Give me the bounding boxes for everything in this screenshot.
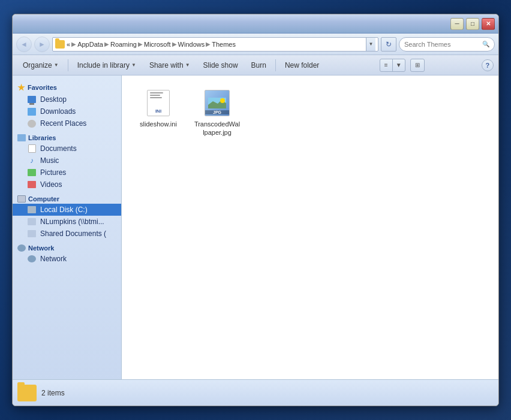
sidebar-item-network[interactable]: Network (13, 253, 121, 265)
slideshow-ini-label: slideshow.ini (140, 120, 177, 128)
nav-bar: ◄ ► « ▶ AppData ▶ Roaming ▶ Microsoft ▶ … (13, 34, 498, 55)
sidebar-section-favorites: ★ Favorites Desktop Downloads (13, 80, 121, 129)
sidebar: ★ Favorites Desktop Downloads (13, 75, 122, 379)
address-bar[interactable]: « ▶ AppData ▶ Roaming ▶ Microsoft ▶ Wind… (52, 37, 378, 52)
share-with-button[interactable]: Share with ▼ (144, 58, 196, 73)
organize-label: Organize (23, 61, 52, 70)
search-input[interactable] (404, 41, 480, 48)
sidebar-item-nlumpkins[interactable]: NLumpkins (\\btmi... (13, 216, 121, 228)
sidebar-item-nlumpkins-label: NLumpkins (\\btmi... (40, 217, 104, 226)
downloads-icon (27, 107, 37, 116)
toolbar-separator-2 (275, 59, 276, 71)
wallpaper-thumbnail (208, 98, 226, 108)
slide-show-button[interactable]: Slide show (198, 58, 244, 73)
forward-icon: ► (38, 40, 46, 49)
file-item-transcoded-wallpaper[interactable]: TranscodedWallpaper.jpg (190, 85, 244, 141)
include-in-library-label: Include in library (77, 61, 130, 70)
close-button[interactable]: ✕ (482, 18, 495, 30)
desktop-icon (27, 95, 37, 104)
search-icon: 🔍 (482, 41, 489, 47)
sidebar-network-header: Network (13, 242, 121, 253)
sidebar-item-documents[interactable]: Documents (13, 143, 121, 155)
forward-button[interactable]: ► (34, 37, 50, 52)
sidebar-item-music[interactable]: ♪ Music (13, 155, 121, 167)
sidebar-favorites-header: ★ Favorites (13, 80, 121, 93)
svg-point-2 (220, 98, 225, 103)
refresh-button[interactable]: ↻ (381, 37, 396, 52)
sidebar-item-music-label: Music (40, 156, 59, 165)
breadcrumb-path: « ▶ AppData ▶ Roaming ▶ Microsoft ▶ Wind… (67, 41, 364, 48)
minimize-button[interactable]: ─ (450, 18, 464, 30)
breadcrumb-sep-5: ▶ (206, 41, 211, 47)
back-icon: ◄ (20, 40, 28, 49)
title-bar-buttons: ─ □ ✕ (450, 18, 495, 30)
include-dropdown-arrow: ▼ (131, 62, 136, 68)
libraries-icon (17, 134, 26, 141)
back-button[interactable]: ◄ (16, 37, 32, 52)
sidebar-item-pictures-label: Pictures (40, 168, 66, 177)
nlumpkins-icon (27, 217, 37, 226)
sidebar-item-desktop[interactable]: Desktop (13, 93, 121, 105)
breadcrumb-nav: « (67, 41, 70, 48)
favorites-star-icon: ★ (17, 83, 25, 92)
status-bar: 2 items (13, 379, 498, 406)
local-disk-icon (27, 206, 37, 214)
breadcrumb-themes[interactable]: Themes (212, 41, 236, 48)
status-folder-icon (17, 385, 37, 401)
share-dropdown-arrow: ▼ (185, 62, 190, 68)
transcoded-wallpaper-icon (203, 89, 232, 117)
organize-dropdown-arrow: ▼ (54, 62, 59, 68)
preview-pane-button[interactable]: ⊞ (410, 59, 425, 72)
sidebar-item-network-label: Network (40, 255, 67, 263)
sidebar-item-downloads-label: Downloads (40, 107, 76, 116)
organize-button[interactable]: Organize ▼ (17, 58, 64, 73)
sidebar-item-shared-documents[interactable]: Shared Documents ( (13, 228, 121, 240)
title-bar: ─ □ ✕ (13, 14, 498, 34)
network-icon-header (17, 244, 26, 252)
sidebar-item-recent-places-label: Recent Places (40, 119, 86, 128)
sidebar-item-videos-label: Videos (40, 180, 62, 189)
view-dropdown-button[interactable]: ▼ (392, 59, 405, 72)
sidebar-item-recent-places[interactable]: Recent Places (13, 117, 121, 129)
network-globe-icon (27, 255, 37, 263)
explorer-window: ─ □ ✕ ◄ ► « ▶ AppData ▶ Roaming ▶ Micros… (12, 14, 499, 406)
sidebar-item-shared-documents-label: Shared Documents ( (40, 229, 106, 238)
help-button[interactable]: ? (482, 59, 494, 71)
burn-button[interactable]: Burn (246, 58, 272, 73)
videos-icon (27, 180, 37, 189)
breadcrumb-roaming[interactable]: Roaming (110, 41, 137, 48)
documents-icon (27, 144, 37, 153)
status-item-count: 2 items (41, 389, 65, 397)
search-box[interactable]: 🔍 (399, 37, 495, 52)
address-dropdown-button[interactable]: ▼ (366, 37, 375, 52)
breadcrumb-microsoft[interactable]: Microsoft (144, 41, 171, 48)
burn-label: Burn (251, 61, 266, 70)
slideshow-ini-icon (144, 89, 173, 117)
toolbar-separator-1 (68, 59, 68, 71)
sidebar-item-videos[interactable]: Videos (13, 179, 121, 191)
view-button-details[interactable]: ≡ (380, 59, 393, 72)
include-in-library-button[interactable]: Include in library ▼ (72, 58, 142, 73)
file-item-slideshow-ini[interactable]: slideshow.ini (131, 85, 185, 141)
maximize-button[interactable]: □ (466, 18, 479, 30)
favorites-label: Favorites (28, 84, 57, 91)
sidebar-item-local-disk-label: Local Disk (C:) (40, 206, 88, 214)
slide-show-label: Slide show (203, 61, 238, 70)
sidebar-item-downloads[interactable]: Downloads (13, 105, 121, 117)
sidebar-section-computer: Computer Local Disk (C:) NLumpkins (\\bt… (13, 193, 121, 240)
share-with-label: Share with (149, 61, 184, 70)
breadcrumb-sep-1: ▶ (71, 41, 76, 47)
breadcrumb-appdata[interactable]: AppData (77, 41, 103, 48)
breadcrumb-sep-3: ▶ (138, 41, 143, 47)
breadcrumb-sep-2: ▶ (104, 41, 109, 47)
sidebar-item-local-disk[interactable]: Local Disk (C:) (13, 204, 121, 216)
refresh-icon: ↻ (386, 40, 392, 49)
sidebar-section-libraries: Libraries Documents ♪ Music (13, 132, 121, 191)
recent-places-icon (27, 119, 37, 128)
toolbar: Organize ▼ Include in library ▼ Share wi… (13, 55, 498, 75)
computer-label: Computer (28, 195, 59, 203)
new-folder-button[interactable]: New folder (279, 58, 324, 73)
breadcrumb-windows[interactable]: Windows (178, 41, 205, 48)
sidebar-item-pictures[interactable]: Pictures (13, 167, 121, 179)
file-area: slideshow.ini TranscodedWallpaper.jpg (122, 75, 498, 379)
